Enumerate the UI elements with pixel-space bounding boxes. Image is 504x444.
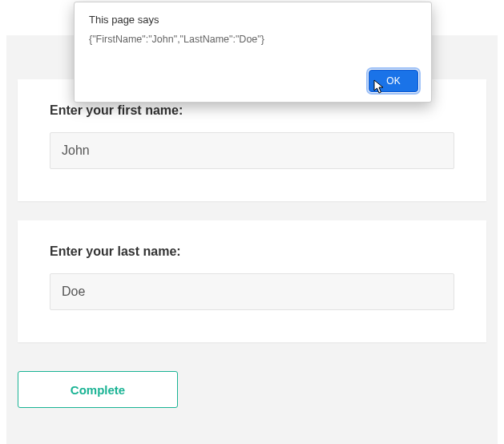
alert-footer: OK <box>369 70 418 92</box>
complete-button[interactable]: Complete <box>18 371 178 408</box>
last-name-card: Enter your last name: <box>18 220 486 342</box>
last-name-label: Enter your last name: <box>50 244 454 259</box>
first-name-input[interactable] <box>50 132 454 169</box>
alert-ok-button[interactable]: OK <box>369 70 418 92</box>
first-name-label: Enter your first name: <box>50 103 454 118</box>
alert-title: This page says <box>89 14 417 26</box>
last-name-input[interactable] <box>50 273 454 310</box>
alert-dialog: This page says {"FirstName":"John","Last… <box>74 2 432 103</box>
alert-message: {"FirstName":"John","LastName":"Doe"} <box>89 34 417 45</box>
